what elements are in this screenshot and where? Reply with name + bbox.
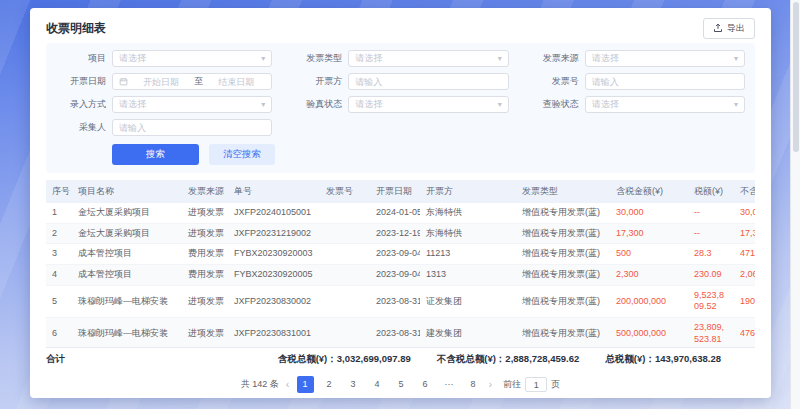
invoice-date-range[interactable]: 至 (112, 73, 272, 90)
cell-amount-with-tax: 500 (610, 244, 688, 264)
cell-tax: 23,809,523.81 (688, 318, 734, 347)
export-label: 导出 (727, 22, 745, 35)
page-title: 收票明细表 (46, 20, 106, 37)
summary-row: 合计 含税总额(¥)：3,032,699,097.89 不含税总额(¥)：2,8… (46, 347, 755, 371)
field-label: 发票来源 (529, 52, 579, 65)
col-project-name: 项目名称 (72, 180, 182, 203)
total-without-tax: 不含税总额(¥)：2,888,728,459.62 (437, 353, 580, 366)
cell-project-name: 成本管控项目 (72, 265, 182, 285)
cell-invoice-source: 进项发票 (182, 203, 228, 223)
export-icon (713, 23, 723, 33)
cell-tax: -- (688, 224, 734, 244)
entry-method-select[interactable]: 请选择 ▾ (112, 96, 272, 113)
issuer-input[interactable] (355, 77, 501, 87)
table-row: 1 金坛大厦采购项目 进项发票 JXFP20240105001 2024-01-… (46, 203, 755, 224)
cell-invoice-date: 2024-01-05 (370, 203, 420, 223)
cell-amount-with-tax: 30,000 (610, 203, 688, 223)
filter-field-invoice-source: 发票来源 请选择 ▾ (529, 50, 745, 67)
page-button-4[interactable]: 4 (369, 376, 386, 393)
filter-field-check-status: 查验状态 请选择 ▾ (529, 96, 745, 113)
cell-invoice-date: 2023-09-04 (370, 265, 420, 285)
search-button[interactable]: 搜索 (112, 144, 199, 165)
clear-search-button[interactable]: 清空搜索 (209, 144, 275, 165)
col-invoice-source: 发票来源 (182, 180, 228, 203)
collector-input[interactable] (119, 123, 265, 133)
cell-tax: 9,523,809.52 (688, 286, 734, 317)
select-placeholder: 请选择 (592, 52, 734, 65)
col-invoice-number: 发票号 (320, 180, 370, 203)
filter-field-invoice-number: 发票号 (529, 73, 745, 90)
more-pages-icon[interactable]: ··· (441, 376, 458, 393)
page-button-6[interactable]: 6 (417, 376, 434, 393)
prev-page-icon[interactable]: ‹ (286, 379, 290, 390)
goto-suffix: 页 (551, 378, 560, 391)
chevron-down-icon: ▾ (498, 101, 502, 109)
cell-invoice-number (320, 318, 370, 347)
cell-invoice-type: 增值税专用发票(蓝) (516, 265, 610, 285)
field-label: 项目 (56, 52, 106, 65)
page-button-5[interactable]: 5 (393, 376, 410, 393)
invoice-table: 序号 项目名称 发票来源 单号 发票号 开票日期 开票方 发票类型 含税金额(¥… (46, 180, 755, 347)
cell-invoice-type: 增值税专用发票(蓝) (516, 244, 610, 264)
cell-tax: 230.09 (688, 265, 734, 285)
scrollbar-thumb[interactable] (793, 2, 799, 152)
cell-amount-without-tax: 17,300 (734, 224, 755, 244)
date-separator: 至 (194, 75, 203, 88)
table-row: 2 金坛大厦采购项目 进项发票 JXFP20231219002 2023-12-… (46, 224, 755, 245)
export-button[interactable]: 导出 (703, 18, 755, 39)
col-amount-without-tax: 不含税金额(¥) (734, 180, 755, 203)
next-page-icon[interactable]: › (489, 379, 493, 390)
filter-panel: 项目 请选择 ▾ 发票类型 请选择 ▾ 发票来源 请选择 ▾ (46, 43, 755, 173)
page-button-1[interactable]: 1 (297, 376, 314, 393)
end-date-input[interactable] (207, 77, 265, 87)
cell-order-number: JXFP20240105001 (228, 203, 320, 223)
project-select[interactable]: 请选择 ▾ (112, 50, 272, 67)
total-with-tax: 含税总额(¥)：3,032,699,097.89 (278, 353, 411, 366)
select-placeholder: 请选择 (119, 52, 261, 65)
cell-invoice-date: 2023-12-19 (370, 224, 420, 244)
field-label: 开票日期 (56, 75, 106, 88)
invoice-number-input-wrap (585, 73, 745, 90)
field-label: 录入方式 (56, 98, 106, 111)
page-button-8[interactable]: 8 (465, 376, 482, 393)
cell-invoice-type: 增值税专用发票(蓝) (516, 203, 610, 223)
page-button-3[interactable]: 3 (345, 376, 362, 393)
page-button-2[interactable]: 2 (321, 376, 338, 393)
field-label: 发票号 (529, 75, 579, 88)
total-tax: 总税额(¥)：143,970,638.28 (605, 353, 721, 366)
filter-field-project: 项目 请选择 ▾ (56, 50, 272, 67)
start-date-input[interactable] (132, 77, 190, 87)
col-order-number: 单号 (228, 180, 320, 203)
cell-invoice-type: 增值税专用发票(蓝) (516, 286, 610, 317)
cell-invoice-source: 进项发票 (182, 286, 228, 317)
table-row: 3 成本管控项目 费用发票 FYBX20230920003 2023-09-04… (46, 244, 755, 265)
filter-field-collector: 采集人 (56, 119, 272, 136)
cell-project-name: 金坛大厦采购项目 (72, 224, 182, 244)
filter-field-issuer: 开票方 (292, 73, 508, 90)
cell-invoice-source: 费用发票 (182, 265, 228, 285)
cell-index: 3 (46, 244, 72, 264)
table-header: 序号 项目名称 发票来源 单号 发票号 开票日期 开票方 发票类型 含税金额(¥… (46, 180, 755, 203)
cell-order-number: FYBX20230920003 (228, 244, 320, 264)
cell-invoice-date: 2023-09-04 (370, 244, 420, 264)
cell-invoice-type: 增值税专用发票(蓝) (516, 224, 610, 244)
cell-amount-with-tax: 500,000,000 (610, 318, 688, 347)
invoice-number-input[interactable] (592, 77, 738, 87)
col-amount-with-tax: 含税金额(¥) (610, 180, 688, 203)
check-status-select[interactable]: 请选择 ▾ (585, 96, 745, 113)
table-row: 5 珠穆朗玛峰—电梯安装 进项发票 JXFP20230830002 2023-0… (46, 286, 755, 318)
cell-index: 6 (46, 318, 72, 347)
verify-status-select[interactable]: 请选择 ▾ (348, 96, 508, 113)
cell-invoice-source: 进项发票 (182, 224, 228, 244)
invoice-source-select[interactable]: 请选择 ▾ (585, 50, 745, 67)
cell-invoice-date: 2023-08-31 (370, 286, 420, 317)
col-tax: 税额(¥) (688, 180, 734, 203)
summary-label: 合计 (46, 353, 65, 366)
cell-issuer: 证发集团 (420, 286, 516, 317)
cell-project-name: 珠穆朗玛峰—电梯安装 (72, 318, 182, 347)
invoice-type-select[interactable]: 请选择 ▾ (348, 50, 508, 67)
select-placeholder: 请选择 (592, 98, 734, 111)
vertical-scrollbar[interactable] (790, 0, 800, 409)
chevron-down-icon: ▾ (261, 55, 265, 63)
goto-page-input[interactable] (525, 377, 547, 392)
